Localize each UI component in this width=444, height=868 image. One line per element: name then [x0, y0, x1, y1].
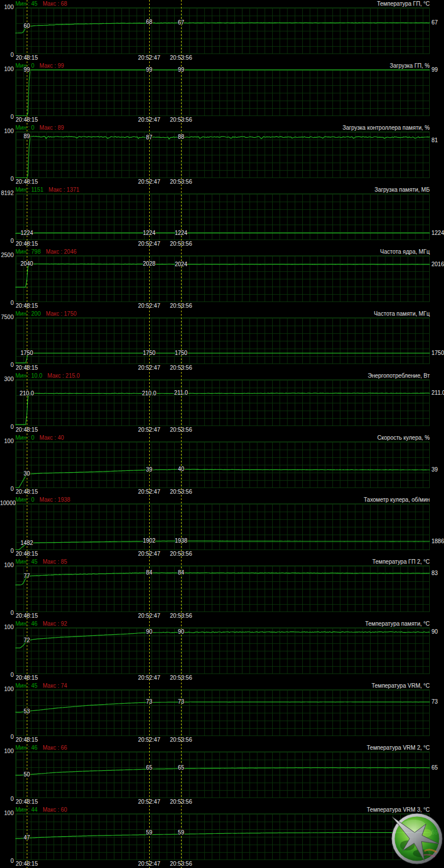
time-tick-label: 20:53:56	[170, 799, 192, 805]
time-tick-label: 20:53:56	[170, 737, 192, 743]
monitor-graph: Мин : 0Макс : 99 Загрузка ГП, % 100 0 20…	[0, 62, 444, 124]
data-point-label: 1224	[20, 230, 33, 236]
time-tick-label: 20:52:47	[138, 861, 161, 867]
time-tick-label: 20:48:15	[16, 551, 38, 557]
data-point-label: 30	[23, 470, 30, 477]
time-tick-label: 20:52:47	[138, 303, 161, 309]
data-point-label: 2024	[175, 261, 187, 267]
min-value-label: Мин : 10.0	[15, 373, 42, 379]
y-axis-max-label: 100	[0, 4, 14, 10]
monitor-graph: Мин : 798Макс : 2046 Частота ядра, МГц 2…	[0, 248, 444, 310]
data-line	[15, 193, 430, 240]
time-tick-label: 20:53:56	[170, 861, 192, 867]
y-axis-zero-label: 0	[0, 734, 14, 740]
monitor-graph: Мин : 0Макс : 89 Загрузка контроллера па…	[0, 124, 444, 186]
data-point-label: 1224	[143, 230, 155, 236]
min-value-label: Мин : 200	[15, 311, 40, 317]
current-value-label: 1224	[431, 230, 444, 236]
max-value-label: Макс : 68	[43, 1, 67, 7]
y-axis-zero-label: 0	[0, 362, 14, 368]
time-tick-label: 20:48:15	[16, 675, 38, 681]
data-point-label: 90	[178, 629, 184, 635]
current-value-label: 81	[431, 137, 438, 143]
graph-header: Мин : 44Макс : 60 Температура VRM 3, °C	[15, 807, 430, 813]
min-value-label: Мин : 798	[15, 249, 40, 255]
data-line	[15, 565, 430, 612]
data-line	[15, 627, 430, 674]
data-point-label: 99	[23, 67, 30, 73]
graph-title: Частота ядра, МГц	[380, 249, 430, 255]
max-value-label: Макс : 89	[39, 125, 64, 131]
max-value-label: Макс : 2046	[46, 249, 76, 255]
min-value-label: Мин : 0	[15, 125, 34, 131]
graph-header: Мин : 10.0Макс : 215.0 Энергопотребление…	[15, 373, 430, 379]
graph-header: Мин : 45Макс : 74 Температура VRM, °C	[15, 683, 430, 689]
data-point-label: 73	[146, 698, 152, 705]
y-axis-zero-label: 0	[0, 300, 14, 306]
y-axis-max-label: 100	[0, 66, 14, 72]
data-point-label: 60	[23, 23, 30, 29]
graph-header: Мин : 1151Макс : 1371 Загрузка памяти, М…	[15, 187, 430, 193]
time-tick-label: 20:53:56	[170, 613, 192, 619]
graph-header: Мин : 0Макс : 89 Загрузка контроллера па…	[15, 125, 430, 131]
data-point-label: 50	[23, 771, 30, 778]
time-tick-label: 20:52:47	[138, 179, 161, 185]
data-point-label: 1750	[20, 350, 33, 356]
time-tick-label: 20:52:47	[138, 365, 161, 371]
data-point-label: 1482	[20, 540, 33, 546]
data-point-label: 88	[178, 134, 184, 140]
monitor-graph: Мин : 10.0Макс : 215.0 Энергопотребление…	[0, 372, 444, 434]
monitor-graph: Мин : 46Макс : 92 Температура памяти, °C…	[0, 620, 444, 682]
time-tick-label: 20:53:56	[170, 365, 192, 371]
time-tick-label: 20:52:47	[138, 489, 161, 495]
current-value-label: 67	[431, 19, 438, 26]
graph-title: Температура памяти, °C	[365, 621, 430, 627]
y-axis-zero-label: 0	[0, 610, 14, 616]
current-value-label: 83	[431, 570, 438, 576]
time-tick-label: 20:48:15	[16, 241, 38, 247]
monitor-graph: Мин : 44Макс : 60 Температура VRM 3, °C …	[0, 806, 444, 868]
data-point-label: 87	[146, 134, 152, 140]
data-line	[15, 503, 430, 550]
y-axis-zero-label: 0	[0, 796, 14, 802]
data-point-label: 84	[146, 569, 152, 576]
time-tick-label: 20:53:56	[170, 241, 192, 247]
monitor-graph: Мин : 45Макс : 85 Температура ГП 2, °C 1…	[0, 558, 444, 620]
max-value-label: Макс : 1750	[46, 311, 76, 317]
data-point-label: 2040	[20, 261, 33, 267]
time-tick-label: 20:53:56	[170, 117, 192, 123]
current-value-label: 1750	[431, 350, 444, 356]
data-line	[15, 131, 430, 178]
time-tick-label: 20:48:15	[16, 489, 38, 495]
graph-header: Мин : 200Макс : 1750 Частота памяти, МГц	[15, 311, 430, 317]
graph-header: Мин : 0Макс : 40 Скорость кулера, %	[15, 435, 430, 441]
y-axis-max-label: 300	[0, 376, 14, 382]
time-tick-label: 20:53:56	[170, 675, 192, 681]
data-point-label: 90	[146, 629, 152, 635]
data-line	[15, 813, 430, 860]
data-point-label: 40	[178, 466, 184, 472]
time-tick-label: 20:48:15	[16, 737, 38, 743]
y-axis-max-label: 100	[0, 686, 14, 692]
time-tick-label: 20:48:15	[16, 365, 38, 371]
time-tick-label: 20:48:15	[16, 117, 38, 123]
data-point-label: 1902	[143, 538, 155, 544]
max-value-label: Макс : 66	[43, 745, 67, 751]
time-tick-label: 20:52:47	[138, 737, 161, 743]
data-point-label: 65	[146, 764, 152, 771]
current-value-label: 1886	[431, 538, 444, 544]
data-point-label: 1750	[175, 350, 187, 356]
y-axis-zero-label: 0	[0, 238, 14, 244]
data-point-label: 2028	[143, 261, 155, 267]
y-axis-max-label: 2500	[0, 252, 14, 258]
data-point-label: 77	[23, 573, 30, 579]
time-tick-label: 20:48:15	[16, 861, 38, 867]
graph-header: Мин : 798Макс : 2046 Частота ядра, МГц	[15, 249, 430, 255]
max-value-label: Макс : 1938	[39, 497, 70, 503]
current-value-label: 65	[431, 764, 438, 771]
data-point-label: 84	[178, 569, 184, 576]
y-axis-max-label: 100	[0, 748, 14, 754]
max-value-label: Макс : 74	[43, 683, 67, 689]
y-axis-max-label: 10000	[0, 500, 14, 506]
y-axis-max-label: 100	[0, 624, 14, 630]
